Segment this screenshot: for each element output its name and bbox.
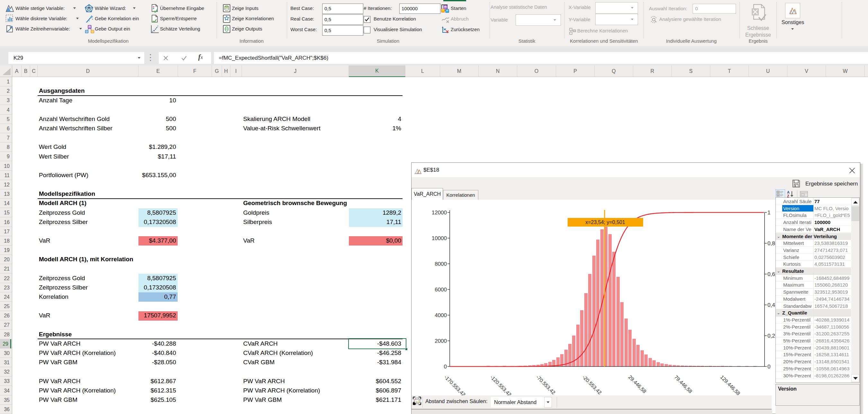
svg-text:0,4: 0,4 <box>768 302 775 308</box>
svg-text:79.446,58: 79.446,58 <box>673 374 693 394</box>
svg-text:-120.553,42: -120.553,42 <box>489 374 513 395</box>
svg-text:29.446,58: 29.446,58 <box>627 374 647 394</box>
svg-text:x=23,54; y=0,501: x=23,54; y=0,501 <box>585 219 625 225</box>
svg-text:0,8: 0,8 <box>768 240 775 246</box>
svg-text:0: 0 <box>444 364 447 370</box>
svg-text:10000: 10000 <box>432 235 447 241</box>
svg-text:6000: 6000 <box>435 286 447 293</box>
svg-text:0: 0 <box>768 364 770 370</box>
svg-text:A: A <box>787 190 789 194</box>
svg-text:12000: 12000 <box>432 210 447 216</box>
svg-text:-20.553,42: -20.553,42 <box>582 374 603 395</box>
svg-text:8000: 8000 <box>435 261 447 267</box>
svg-text:0,2: 0,2 <box>768 333 775 339</box>
svg-text:-170.553,42: -170.553,42 <box>443 374 466 395</box>
svg-text:0,6: 0,6 <box>768 271 775 277</box>
svg-text:1: 1 <box>768 210 770 216</box>
svg-text:4000: 4000 <box>435 312 447 318</box>
svg-text:2000: 2000 <box>435 338 447 344</box>
svg-text:-70.553,42: -70.553,42 <box>535 374 556 395</box>
svg-text:129.446,58: 129.446,58 <box>719 374 741 395</box>
